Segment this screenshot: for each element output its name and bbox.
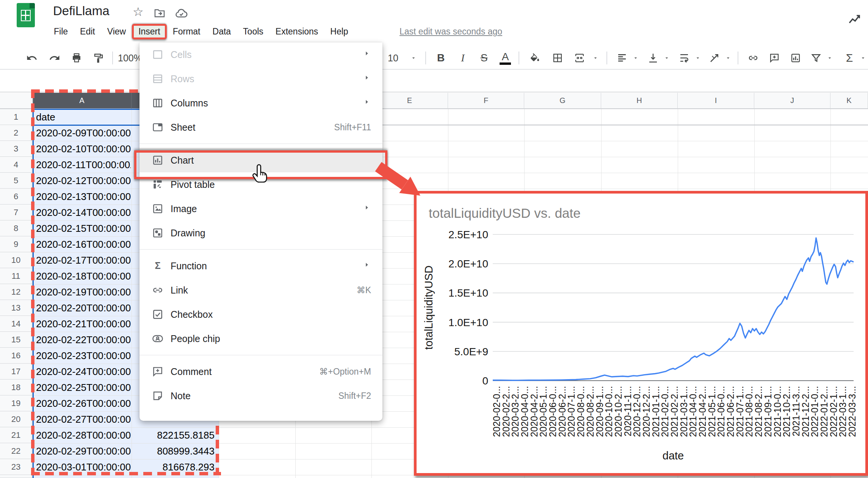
cell-A15[interactable]: 2020-02-22T00:00:00Z xyxy=(33,332,131,348)
strikethrough-icon[interactable]: S xyxy=(475,47,493,69)
column-header-H[interactable]: H xyxy=(601,93,678,109)
column-header-F[interactable]: F xyxy=(448,93,524,109)
bold-icon[interactable]: B xyxy=(432,47,450,69)
column-header-K[interactable]: K xyxy=(830,93,868,109)
row-header-6[interactable]: 6 xyxy=(0,189,33,205)
sheet-corner[interactable] xyxy=(0,93,33,109)
text-wrap-icon[interactable] xyxy=(675,47,693,69)
row-header-3[interactable]: 3 xyxy=(0,141,33,157)
sheets-logo[interactable] xyxy=(17,3,35,27)
insert-menu-item-comment[interactable]: Comment⌘+Option+M xyxy=(139,359,382,384)
insert-menu-item-columns[interactable]: Columns xyxy=(139,91,382,115)
cell-A14[interactable]: 2020-02-21T00:00:00Z xyxy=(33,316,131,332)
cloud-check-icon[interactable] xyxy=(174,6,188,22)
cell-A7[interactable]: 2020-02-14T00:00:00Z xyxy=(33,205,131,220)
row-header-18[interactable]: 18 xyxy=(0,380,33,395)
menubar-item-edit[interactable]: Edit xyxy=(74,25,101,39)
insert-menu-item-drawing[interactable]: Drawing xyxy=(139,221,382,245)
merge-cells-icon[interactable] xyxy=(571,47,588,69)
cell-B21[interactable]: 822155.8185 xyxy=(132,427,218,443)
insert-menu-item-link[interactable]: Link⌘K xyxy=(139,278,382,302)
cell-A20[interactable]: 2020-02-27T00:00:00Z xyxy=(33,411,131,427)
insert-link-icon[interactable] xyxy=(744,47,762,69)
cell-A11[interactable]: 2020-02-18T00:00:00Z xyxy=(33,268,131,284)
cell-A5[interactable]: 2020-02-12T00:00:00Z xyxy=(33,173,131,189)
chart-panel[interactable]: totalLiquidityUSD vs. date 2.5E+102.0E+1… xyxy=(414,191,868,476)
functions-icon[interactable]: Σ xyxy=(841,47,858,69)
row-header-19[interactable]: 19 xyxy=(0,395,33,411)
cell-A21[interactable]: 2020-02-28T00:00:00Z xyxy=(33,427,131,443)
menubar-item-data[interactable]: Data xyxy=(207,25,237,39)
cell-B22[interactable]: 808999.3443 xyxy=(132,443,218,459)
h-align-caret-icon[interactable] xyxy=(631,47,641,69)
insert-menu-item-rows[interactable]: Rows xyxy=(139,67,382,91)
column-header-I[interactable]: I xyxy=(678,93,754,109)
menubar-item-insert[interactable]: Insert xyxy=(132,24,167,39)
row-header-16[interactable]: 16 xyxy=(0,348,33,364)
insert-menu-item-function[interactable]: ΣFunction xyxy=(139,254,382,278)
column-header-G[interactable]: G xyxy=(524,93,601,109)
functions-caret-icon[interactable] xyxy=(858,47,868,69)
menubar-item-file[interactable]: File xyxy=(48,25,74,39)
row-header-15[interactable]: 15 xyxy=(0,332,33,348)
cell-A10[interactable]: 2020-02-17T00:00:00Z xyxy=(33,252,131,268)
move-folder-icon[interactable] xyxy=(153,7,166,21)
insert-menu-item-checkbox[interactable]: Checkbox xyxy=(139,302,382,326)
insert-menu-item-image[interactable]: Image xyxy=(139,197,382,221)
cell-A8[interactable]: 2020-02-15T00:00:00Z xyxy=(33,220,131,236)
row-header-13[interactable]: 13 xyxy=(0,300,33,316)
insert-chart-icon[interactable] xyxy=(787,47,804,69)
version-history-icon[interactable] xyxy=(848,12,863,29)
cell-A12[interactable]: 2020-02-19T00:00:00Z xyxy=(33,284,131,300)
cell-A22[interactable]: 2020-02-29T00:00:00Z xyxy=(33,443,131,459)
cell-A19[interactable]: 2020-02-26T00:00:00Z xyxy=(33,395,131,411)
row-header-12[interactable]: 12 xyxy=(0,284,33,300)
row-header-21[interactable]: 21 xyxy=(0,427,33,443)
row-header-17[interactable]: 17 xyxy=(0,364,33,380)
row-header-9[interactable]: 9 xyxy=(0,236,33,252)
last-edit-link[interactable]: Last edit was seconds ago xyxy=(400,27,502,37)
row-header-14[interactable]: 14 xyxy=(0,316,33,332)
row-header-1[interactable]: 1 xyxy=(0,109,33,125)
insert-comment-icon[interactable] xyxy=(766,47,783,69)
undo-icon[interactable] xyxy=(24,47,40,69)
cell-A4[interactable]: 2020-02-11T00:00:00Z xyxy=(33,157,131,173)
insert-menu-item-sheet[interactable]: SheetShift+F11 xyxy=(139,115,382,139)
insert-menu-item-people-chip[interactable]: People chip xyxy=(139,326,382,351)
v-align-caret-icon[interactable] xyxy=(662,47,672,69)
fill-color-icon[interactable] xyxy=(526,47,544,69)
redo-icon[interactable] xyxy=(46,47,63,69)
cell-A2[interactable]: 2020-02-09T00:00:00Z xyxy=(33,125,131,141)
star-icon[interactable]: ☆ xyxy=(133,5,144,19)
row-header-4[interactable]: 4 xyxy=(0,157,33,173)
cell-A16[interactable]: 2020-02-23T00:00:00Z xyxy=(33,348,131,364)
row-header-11[interactable]: 11 xyxy=(0,268,33,284)
merge-caret-icon[interactable] xyxy=(591,47,600,69)
row-header-10[interactable]: 10 xyxy=(0,252,33,268)
text-rotation-icon[interactable] xyxy=(706,47,723,69)
font-size-caret-icon[interactable] xyxy=(409,47,418,69)
row-header-20[interactable]: 20 xyxy=(0,411,33,427)
cell-A18[interactable]: 2020-02-25T00:00:00Z xyxy=(33,380,131,395)
print-icon[interactable] xyxy=(68,47,85,69)
text-color-icon[interactable]: A xyxy=(497,47,514,69)
row-header-23[interactable]: 23 xyxy=(0,459,33,475)
column-header-E[interactable]: E xyxy=(371,93,448,109)
cell-A9[interactable]: 2020-02-16T00:00:00Z xyxy=(33,236,131,252)
filter-caret-icon[interactable] xyxy=(825,47,835,69)
filter-icon[interactable] xyxy=(807,47,825,69)
cell-A13[interactable]: 2020-02-20T00:00:00Z xyxy=(33,300,131,316)
borders-icon[interactable] xyxy=(549,47,566,69)
vertical-align-icon[interactable] xyxy=(644,47,662,69)
insert-menu-item-cells[interactable]: Cells xyxy=(139,42,382,67)
row-header-8[interactable]: 8 xyxy=(0,220,33,236)
insert-menu-item-note[interactable]: NoteShift+F2 xyxy=(139,384,382,408)
cell-A17[interactable]: 2020-02-24T00:00:00Z xyxy=(33,364,131,380)
menubar-item-help[interactable]: Help xyxy=(324,25,354,39)
font-size-value[interactable]: 10 xyxy=(384,47,403,69)
wrap-caret-icon[interactable] xyxy=(693,47,703,69)
column-header-J[interactable]: J xyxy=(754,93,830,109)
row-header-7[interactable]: 7 xyxy=(0,205,33,220)
italic-icon[interactable]: I xyxy=(454,47,472,69)
menubar-item-tools[interactable]: Tools xyxy=(237,25,269,39)
